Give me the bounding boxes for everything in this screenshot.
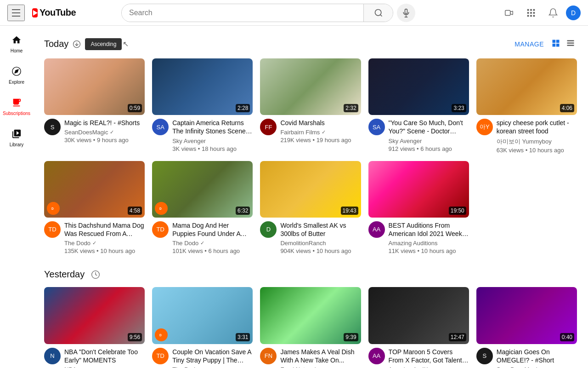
video-channel-4: Sky Avenger xyxy=(389,138,469,144)
mic-button[interactable] xyxy=(397,4,415,22)
video-card-12[interactable]: 9:39 FN James Makes A Veal Dish With A N… xyxy=(260,287,361,368)
notifications-button[interactable] xyxy=(544,4,562,22)
video-meta-5: 63K views • 10 hours ago xyxy=(497,147,577,154)
video-thumbnail-10[interactable]: 9:56 xyxy=(44,287,145,344)
video-title-7: Mama Dog And Her Puppies Found Under A B… xyxy=(172,221,253,238)
video-thumbnail-9[interactable]: 19:50 xyxy=(368,161,469,218)
grid-view-button[interactable] xyxy=(549,37,562,51)
search-bar xyxy=(121,4,393,22)
sidebar-item-home[interactable]: Home xyxy=(2,29,31,59)
verified-icon: ✓ xyxy=(200,240,204,246)
yesterday-clock-icon xyxy=(91,270,100,279)
bell-icon xyxy=(548,8,558,18)
video-card-5[interactable]: 4:06 아Y spicy cheese pork cutlet - korea… xyxy=(476,58,577,154)
video-details-6: This Dachshund Mama Dog Was Rescued From… xyxy=(64,221,145,254)
video-thumbnail-14[interactable]: 0:40 xyxy=(476,287,577,344)
hamburger-menu[interactable] xyxy=(7,5,25,21)
search-input[interactable] xyxy=(122,4,363,22)
video-channel-6: The Dodo ✓ xyxy=(64,240,145,247)
user-avatar[interactable]: D xyxy=(566,6,581,20)
svg-rect-6 xyxy=(530,9,532,11)
sidebar-item-subscriptions-label: Subscriptions xyxy=(3,111,30,116)
verified-icon: ✓ xyxy=(92,240,96,246)
yt-play-icon xyxy=(32,8,38,17)
sidebar-item-home-label: Home xyxy=(11,48,23,53)
video-duration-5: 4:06 xyxy=(560,104,574,112)
video-thumbnail-12[interactable]: 9:39 xyxy=(260,287,361,344)
video-info-13: AA TOP Maroon 5 Covers From X Factor, Go… xyxy=(368,348,469,368)
video-thumbnail-6[interactable]: D 4:58 xyxy=(44,161,145,218)
list-view-button[interactable] xyxy=(564,37,577,51)
video-meta-3: 219K views • 19 hours ago xyxy=(280,137,361,144)
video-channel-5: 아미보이 Yummyboy xyxy=(497,138,577,146)
video-title-13: TOP Maroon 5 Covers From X Factor, Got T… xyxy=(389,348,469,364)
svg-text:D: D xyxy=(159,207,162,210)
mic-icon xyxy=(401,8,411,17)
video-card-6[interactable]: D 4:58 TD This Dachshund Mama Dog Was Re… xyxy=(44,161,145,255)
svg-rect-8 xyxy=(527,12,529,14)
sidebar-item-subscriptions[interactable]: Subscriptions xyxy=(2,92,31,121)
manage-button[interactable]: MANAGE xyxy=(514,40,544,48)
video-channel-14: SeanDoesMagic ✓ xyxy=(497,366,577,368)
apps-button[interactable] xyxy=(522,4,540,22)
video-card-9[interactable]: 19:50 AA BEST Auditions From American Id… xyxy=(368,161,469,255)
sort-icon xyxy=(72,40,81,49)
video-title-11: Couple On Vacation Save A Tiny Stray Pup… xyxy=(172,348,253,364)
video-details-5: spicy cheese pork cutlet - korean street… xyxy=(497,119,577,153)
cursor-indicator: ↖ xyxy=(123,40,129,48)
svg-rect-5 xyxy=(527,9,529,11)
video-card-10[interactable]: 9:56 N NBA "Don't Celebrate Too Early" M… xyxy=(44,287,145,368)
video-card-4[interactable]: 3:23 SA "You Care So Much, Don't You?" S… xyxy=(368,58,469,154)
channel-avatar-7: TD xyxy=(152,221,169,238)
video-thumbnail-11[interactable]: D 3:31 xyxy=(152,287,253,344)
video-thumbnail-13[interactable]: 12:47 xyxy=(368,287,469,344)
video-card-7[interactable]: D 6:32 TD Mama Dog And Her Puppies Found… xyxy=(152,161,253,255)
sidebar-item-explore-label: Explore xyxy=(9,80,24,85)
video-duration-3: 2:32 xyxy=(344,104,358,112)
video-card-2[interactable]: 2:28 SA Captain America Returns The Infi… xyxy=(152,58,253,154)
video-card-13[interactable]: 12:47 AA TOP Maroon 5 Covers From X Fact… xyxy=(368,287,469,368)
video-info-11: TD Couple On Vacation Save A Tiny Stray … xyxy=(152,348,253,368)
apps-grid-icon xyxy=(526,8,536,18)
video-info-10: N NBA "Don't Celebrate Too Early" MOMENT… xyxy=(44,348,145,368)
search-button[interactable] xyxy=(363,4,393,22)
video-card-8[interactable]: 19:43 D World's Smallest AK vs 300lbs of… xyxy=(260,161,361,255)
channel-avatar-6: TD xyxy=(44,221,61,238)
library-icon xyxy=(11,129,22,140)
yesterday-title-row: Yesterday xyxy=(44,269,100,280)
today-title: Today xyxy=(44,39,68,49)
video-thumbnail-7[interactable]: D 6:32 xyxy=(152,161,253,218)
youtube-logo[interactable]: YouTube xyxy=(32,8,74,17)
sort-control[interactable]: Ascending ↖ xyxy=(72,38,129,50)
video-card-14[interactable]: 0:40 S Magician Goes On OMEGLE!? - #Shor… xyxy=(476,287,577,368)
sidebar-item-library[interactable]: Library xyxy=(2,123,31,153)
video-title-2: Captain America Returns The Infinity Sto… xyxy=(172,119,253,135)
video-thumbnail-3[interactable]: 2:32 xyxy=(260,58,361,115)
video-title-6: This Dachshund Mama Dog Was Rescued From… xyxy=(64,221,145,238)
video-details-11: Couple On Vacation Save A Tiny Stray Pup… xyxy=(172,348,253,368)
grid-icon xyxy=(551,39,560,48)
video-card-3[interactable]: 2:32 FF Covid Marshals Fairbairn Films ✓… xyxy=(260,58,361,154)
header-left: YouTube xyxy=(7,5,118,21)
today-header-right: MANAGE xyxy=(514,37,577,51)
sidebar-item-explore[interactable]: Explore xyxy=(2,61,31,90)
yesterday-section-header: Yesterday xyxy=(44,269,577,280)
video-info-14: S Magician Goes On OMEGLE!? - #Short Sea… xyxy=(476,348,577,368)
svg-rect-23 xyxy=(567,45,574,46)
svg-line-1 xyxy=(380,14,382,16)
video-card-1[interactable]: 0:59 S Magic is REAL?! - #Shorts SeanDoe… xyxy=(44,58,145,154)
video-thumbnail-1[interactable]: 0:59 xyxy=(44,58,145,115)
video-thumbnail-5[interactable]: 4:06 xyxy=(476,58,577,115)
video-thumbnail-4[interactable]: 3:23 xyxy=(368,58,469,115)
video-info-6: TD This Dachshund Mama Dog Was Rescued F… xyxy=(44,221,145,254)
video-details-2: Captain America Returns The Infinity Sto… xyxy=(172,119,253,152)
video-thumbnail-2[interactable]: 2:28 xyxy=(152,58,253,115)
compass-icon xyxy=(11,66,22,78)
video-meta-8: 904K views • 10 hours ago xyxy=(280,247,361,254)
video-info-3: FF Covid Marshals Fairbairn Films ✓ 219K… xyxy=(260,119,361,144)
create-video-button[interactable] xyxy=(500,4,518,22)
video-thumbnail-8[interactable]: 19:43 xyxy=(260,161,361,218)
video-card-11[interactable]: D 3:31 TD Couple On Vacation Save A Tiny… xyxy=(152,287,253,368)
verified-icon: ✓ xyxy=(322,129,326,135)
video-title-5: spicy cheese pork cutlet - korean street… xyxy=(497,119,577,135)
